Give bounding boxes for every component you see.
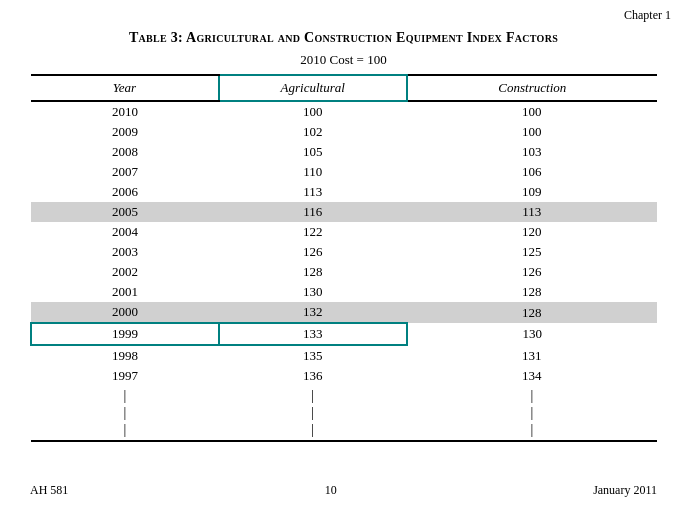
col-header-year: Year [31, 75, 219, 101]
year-cell: 1997 [31, 366, 219, 386]
footer-right: January 2011 [593, 483, 657, 498]
year-cell: 2001 [31, 282, 219, 302]
agricultural-cell: 135 [219, 345, 407, 366]
table-row: 1997136134 [31, 366, 657, 386]
continuation-dots: ||||||||| [31, 386, 657, 441]
agri-dots: ||| [219, 386, 407, 441]
chapter-label: Chapter 1 [624, 8, 671, 23]
table-row: 2000132128 [31, 302, 657, 323]
agricultural-cell: 126 [219, 242, 407, 262]
year-cell: 2009 [31, 122, 219, 142]
year-cell: 2010 [31, 101, 219, 122]
year-cell: 1999 [31, 323, 219, 345]
construction-cell: 106 [407, 162, 657, 182]
table-row: 2004122120 [31, 222, 657, 242]
year-cell: 2003 [31, 242, 219, 262]
agricultural-cell: 130 [219, 282, 407, 302]
table-row: 2005116113 [31, 202, 657, 222]
table-title: Table 3: Agricultural and Construction E… [30, 30, 657, 46]
construction-cell: 131 [407, 345, 657, 366]
table-row: 2002128126 [31, 262, 657, 282]
agricultural-cell: 110 [219, 162, 407, 182]
year-cell: 2000 [31, 302, 219, 323]
table-row: 1998135131 [31, 345, 657, 366]
agricultural-cell: 102 [219, 122, 407, 142]
col-header-agricultural: Agricultural [219, 75, 407, 101]
construction-cell: 113 [407, 202, 657, 222]
year-cell: 1998 [31, 345, 219, 366]
construction-cell: 128 [407, 302, 657, 323]
agricultural-cell: 136 [219, 366, 407, 386]
year-cell: 2007 [31, 162, 219, 182]
col-header-construction: Construction [407, 75, 657, 101]
footer-center: 10 [325, 483, 337, 498]
agricultural-cell: 116 [219, 202, 407, 222]
table-row: 2009102100 [31, 122, 657, 142]
construction-cell: 103 [407, 142, 657, 162]
table-row: 2008105103 [31, 142, 657, 162]
agricultural-cell: 100 [219, 101, 407, 122]
year-cell: 2005 [31, 202, 219, 222]
const-dots: ||| [407, 386, 657, 441]
construction-cell: 120 [407, 222, 657, 242]
construction-cell: 130 [407, 323, 657, 345]
agricultural-cell: 105 [219, 142, 407, 162]
year-cell: 2008 [31, 142, 219, 162]
main-table: Year Agricultural Construction 201010010… [30, 74, 657, 442]
agricultural-cell: 133 [219, 323, 407, 345]
table-row: 2007110106 [31, 162, 657, 182]
year-dots: ||| [31, 386, 219, 441]
construction-cell: 100 [407, 122, 657, 142]
footer-left: AH 581 [30, 483, 68, 498]
construction-cell: 134 [407, 366, 657, 386]
agricultural-cell: 113 [219, 182, 407, 202]
construction-cell: 125 [407, 242, 657, 262]
construction-cell: 128 [407, 282, 657, 302]
table-row: 2006113109 [31, 182, 657, 202]
construction-cell: 100 [407, 101, 657, 122]
year-cell: 2006 [31, 182, 219, 202]
agricultural-cell: 132 [219, 302, 407, 323]
table-row: 2001130128 [31, 282, 657, 302]
construction-cell: 109 [407, 182, 657, 202]
construction-cell: 126 [407, 262, 657, 282]
subtitle: 2010 Cost = 100 [30, 52, 657, 68]
year-cell: 2002 [31, 262, 219, 282]
footer: AH 581 10 January 2011 [0, 483, 687, 498]
agricultural-cell: 128 [219, 262, 407, 282]
table-row: 2010100100 [31, 101, 657, 122]
agricultural-cell: 122 [219, 222, 407, 242]
year-cell: 2004 [31, 222, 219, 242]
table-row: 2003126125 [31, 242, 657, 262]
table-row: 1999133130 [31, 323, 657, 345]
